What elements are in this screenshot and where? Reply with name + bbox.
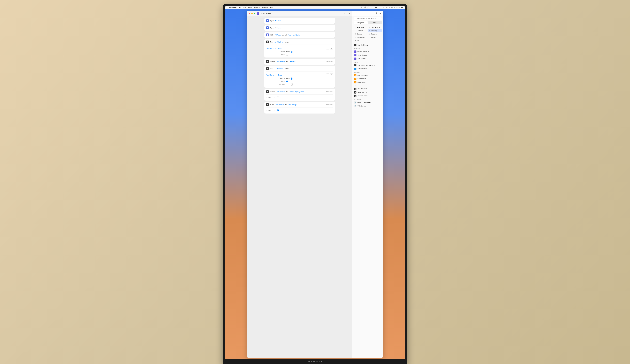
hide-app-icon (266, 33, 269, 36)
bring-to-front-checkbox[interactable] (277, 97, 279, 98)
resize-value[interactable]: Fit Screen (289, 61, 296, 63)
action-move-middle-right[interactable]: Move Windows to Middle Right Show Less B… (264, 102, 335, 114)
user-icon[interactable] (371, 6, 373, 8)
limit-checkbox[interactable] (286, 54, 288, 55)
windows-token[interactable]: Windows (276, 104, 284, 106)
filter-field[interactable]: App Name (266, 74, 274, 76)
action-run-shortcut[interactable]: Run Shortcut (354, 57, 382, 60)
wifi-icon[interactable] (379, 6, 381, 8)
action-resize-fit-screen[interactable]: Resize Windows to Fit Screen Show More (264, 59, 335, 65)
action-set-wallpaper[interactable]: Set Wallpaper (354, 67, 382, 70)
close-button[interactable] (249, 12, 250, 14)
airdrop-icon[interactable] (360, 6, 362, 8)
scope-token[interactable]: All Apps (275, 34, 281, 36)
svg-rect-52 (276, 105, 277, 105)
cat-sharing[interactable]: ⇧Sharing (354, 32, 367, 35)
action-open-safari[interactable]: Open Safari (264, 18, 335, 24)
svg-rect-2 (368, 7, 369, 8)
action-open-x-callback[interactable]: 🔗Open X-Callback URL (354, 101, 382, 104)
menu-view[interactable]: View (248, 6, 252, 8)
limit-checkbox[interactable] (286, 81, 288, 82)
filter-op[interactable]: is (275, 74, 276, 76)
move-value[interactable]: Middle Right (288, 104, 297, 106)
where-label: where (285, 68, 289, 70)
action-url-encode[interactable]: 🔗URL Encode (354, 104, 382, 108)
action-find-windows[interactable]: ▦Find Windows (354, 87, 382, 91)
windows-token[interactable]: Windows (276, 61, 285, 63)
action-set-variable[interactable]: xSet Variable (354, 81, 382, 84)
action-find-windows-notes[interactable]: Find All Windows where App Name is Notes (264, 66, 335, 88)
action-get-my-shortcuts[interactable]: Get My Shortcuts (354, 50, 382, 53)
sort-select[interactable]: None (286, 51, 292, 53)
action-resize-bottom-right[interactable]: Resize Windows to Bottom Right Quarter S… (264, 89, 335, 101)
filter-field[interactable]: App Name (266, 47, 274, 49)
filter-value[interactable]: Safari (278, 47, 282, 49)
filter-op[interactable]: is (275, 47, 276, 49)
action-move-window[interactable]: ▦Move Window (354, 91, 382, 94)
siri-icon[interactable]: ◉ (386, 7, 388, 8)
show-more-button[interactable]: Show More (326, 61, 333, 62)
apps-token[interactable]: Notes and Safari (288, 34, 300, 36)
library-icon[interactable] (376, 12, 378, 14)
sidebar-segmented-control[interactable]: Categories Apps (354, 21, 382, 24)
menu-help[interactable]: Help (270, 6, 273, 8)
show-less-button[interactable]: Show Less (326, 91, 333, 93)
search-input[interactable] (354, 17, 382, 20)
cat-suggestions[interactable]: ✦Suggestions (368, 26, 382, 29)
cat-favorites[interactable]: ♡Favorites (354, 29, 367, 32)
battery-icon[interactable] (374, 6, 377, 8)
show-less-button[interactable]: Show Less (326, 104, 333, 105)
scope-token[interactable]: All Windows (274, 68, 284, 70)
wallpaper-icon (354, 68, 356, 70)
remove-filter-button[interactable]: − (326, 47, 329, 49)
editor-canvas[interactable]: Open Safari Open Notes (247, 16, 352, 358)
run-button[interactable] (348, 12, 350, 14)
menu-edit[interactable]: Edit (244, 6, 246, 8)
settings-icon[interactable] (379, 12, 381, 14)
action-find-windows-safari[interactable]: Find All Windows where App Name is Safar… (264, 39, 335, 57)
action-dismiss-siri[interactable]: ◉Dismiss Siri and Continue (354, 63, 382, 67)
resize-value[interactable]: Bottom Right Quarter (289, 91, 304, 93)
maximize-button[interactable] (254, 12, 255, 14)
stage-manager-icon[interactable] (364, 6, 366, 8)
screen-mirror-icon[interactable] (368, 6, 369, 8)
action-get-variable[interactable]: xGet Variable (354, 77, 382, 81)
svg-rect-34 (268, 68, 268, 69)
bring-to-front-checkbox[interactable] (277, 110, 279, 111)
list-icon: ☰ (354, 27, 356, 28)
control-center-icon[interactable] (383, 6, 384, 8)
sort-select[interactable]: None (286, 78, 292, 80)
share-icon[interactable] (344, 12, 346, 14)
cat-web[interactable]: ◎Web (354, 39, 367, 42)
app-token-notes[interactable]: Notes (276, 27, 281, 29)
remove-filter-button[interactable]: − (326, 73, 329, 76)
tab-apps[interactable]: Apps (368, 21, 382, 24)
app-menu[interactable]: Shortcuts (229, 6, 237, 8)
app-token-safari[interactable]: Safari (276, 20, 281, 22)
action-open-shortcut[interactable]: Open Shortcut (354, 53, 382, 57)
cat-all-actions[interactable]: ☰All Actions (354, 26, 367, 29)
cat-location[interactable]: ➤Location (368, 32, 382, 35)
action-hide-apps[interactable]: Hide All Apps except Notes and Safari (264, 32, 335, 38)
tab-categories[interactable]: Categories (354, 21, 368, 24)
menu-window[interactable]: Window (262, 6, 268, 8)
menu-file[interactable]: File (239, 6, 242, 8)
actions-list[interactable]: ›_Run Shell Script Shortcuts Get My Shor… (352, 43, 383, 358)
menu-shortcut[interactable]: Shortcut (254, 6, 260, 8)
action-add-to-variable[interactable]: xAdd to Variable (354, 73, 382, 77)
windows-token[interactable]: Windows (276, 91, 285, 93)
scope-token[interactable]: All Windows (274, 41, 284, 43)
filter-value[interactable]: Notes (278, 74, 282, 76)
cat-documents[interactable]: 🗎Documents (354, 36, 367, 39)
cat-media[interactable]: ♪Media (368, 36, 382, 39)
add-filter-button[interactable]: + (330, 73, 333, 76)
action-run-shell-script[interactable]: ›_Run Shell Script (354, 43, 382, 47)
clock[interactable]: Thu Aug 25 3:05 PM (389, 7, 403, 8)
add-filter-button[interactable]: + (330, 47, 333, 49)
open-app-icon (266, 26, 269, 29)
action-resize-window[interactable]: ▦Resize Window (354, 94, 382, 98)
minimize-button[interactable] (251, 12, 253, 14)
windows-stepper[interactable]: ▲▼ (286, 83, 292, 86)
cat-scripting[interactable]: ✎Scripting (368, 29, 382, 32)
action-open-notes[interactable]: Open Notes (264, 25, 335, 31)
